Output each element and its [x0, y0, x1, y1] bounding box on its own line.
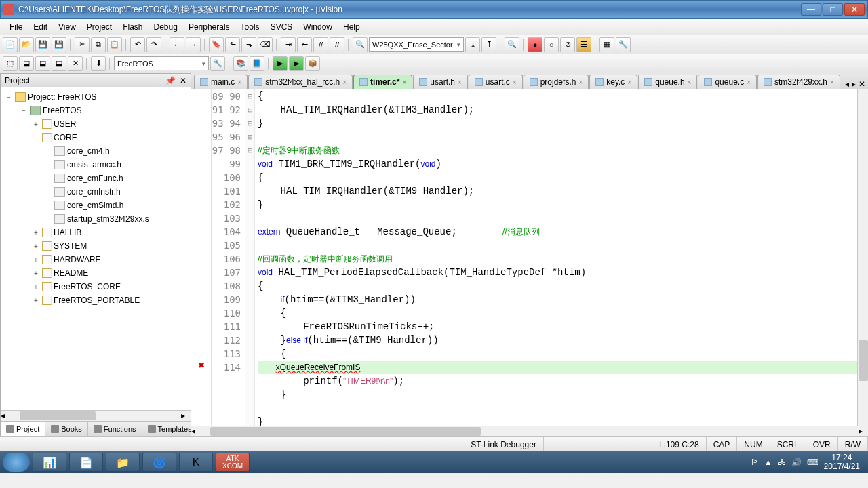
panel-tab-books[interactable]: Books	[45, 422, 88, 436]
menu-file[interactable]: File	[4, 20, 28, 34]
save-button[interactable]: 💾	[35, 37, 50, 52]
fold-gutter[interactable]: ⊟ ⊟ ⊟ ⊟ ⊟	[245, 89, 255, 426]
outdent-button[interactable]: ⇤	[297, 37, 312, 52]
tree-item[interactable]: startup_stm32f429xx.s	[2, 212, 189, 226]
menu-window[interactable]: Window	[298, 20, 338, 34]
breakpoint-button[interactable]: ●	[528, 37, 542, 52]
menu-peripherals[interactable]: Peripherals	[183, 20, 235, 34]
file-tab[interactable]: queue.h×	[638, 75, 697, 89]
tree-item[interactable]: core_cmFunc.h	[2, 171, 189, 185]
bookmark-prev-button[interactable]: ⬑	[225, 37, 240, 52]
task-atk[interactable]: ATKXCOM	[216, 453, 250, 472]
find-prev-button[interactable]: ⤒	[481, 37, 496, 52]
find-button[interactable]: 🔍	[353, 37, 368, 52]
target-options-button[interactable]: 🔧	[210, 56, 225, 71]
bookmark-clear-button[interactable]: ⌫	[258, 37, 273, 52]
panel-hscroll[interactable]	[20, 411, 96, 420]
tree-item[interactable]: +USER	[2, 117, 189, 131]
menu-help[interactable]: Help	[338, 20, 366, 34]
tree-item[interactable]: core_cmSimd.h	[2, 199, 189, 212]
debug-button[interactable]: 🔍	[505, 37, 519, 52]
paste-button[interactable]: 📋	[107, 37, 122, 52]
file-tab[interactable]: usart.c×	[469, 75, 523, 89]
task-app-1[interactable]: 📊	[33, 453, 66, 472]
undo-button[interactable]: ↶	[130, 37, 145, 52]
task-app-3[interactable]: 🌀	[142, 453, 176, 472]
manage-button[interactable]: 📚	[233, 56, 248, 71]
bookmark-button[interactable]: 🔖	[209, 37, 224, 52]
tab-close-icon[interactable]: ×	[688, 79, 692, 86]
file-tab[interactable]: usart.h×	[413, 75, 468, 89]
project-tree[interactable]: − Project: FreeRTOS −FreeRTOS+USER−CORE …	[1, 87, 191, 410]
target-combo[interactable]: FreeRTOS	[114, 56, 209, 70]
file-tab[interactable]: timer.c*×	[353, 75, 412, 89]
nav-back-button[interactable]: ←	[170, 37, 184, 52]
open-button[interactable]: 📂	[19, 37, 34, 52]
menu-view[interactable]: View	[53, 20, 81, 34]
tab-close-all[interactable]: ✕	[859, 79, 865, 89]
stop-build-button[interactable]: ✕	[68, 56, 83, 71]
comment-button[interactable]: //	[313, 37, 328, 52]
file-tab[interactable]: projdefs.h×	[524, 75, 589, 89]
bp-disable-button[interactable]: ○	[544, 37, 559, 52]
tray-volume-icon[interactable]: 🔊	[791, 458, 802, 467]
file-tab[interactable]: stm32f4xx_hal_rcc.h×	[248, 75, 353, 89]
translate-button[interactable]: ⬚	[3, 56, 18, 71]
close-button[interactable]: ✕	[844, 3, 865, 16]
tray-flag-icon[interactable]: 🏳	[751, 458, 759, 467]
tab-close-icon[interactable]: ×	[513, 79, 517, 86]
find-next-button[interactable]: ⤓	[465, 37, 480, 52]
tree-item[interactable]: cmsis_armcc.h	[2, 158, 189, 171]
pack-button[interactable]: 📦	[305, 56, 320, 71]
panel-tab-templates[interactable]: Templates	[142, 422, 198, 436]
code-editor[interactable]: { HAL_TIM_IRQHandler(&TIM3_Handler); } /…	[255, 89, 857, 426]
tree-item[interactable]: +FreeRTOS_CORE	[2, 280, 189, 293]
tab-close-icon[interactable]: ×	[747, 79, 751, 86]
bp-list-button[interactable]: ☰	[576, 37, 591, 52]
tree-item[interactable]: core_cmInstr.h	[2, 185, 189, 199]
minimize-button[interactable]: —	[801, 3, 821, 16]
bookmark-next-button[interactable]: ⬎	[241, 37, 256, 52]
tab-close-icon[interactable]: ×	[578, 79, 583, 86]
config-button[interactable]: 🔧	[616, 37, 631, 52]
file-tab[interactable]: key.c×	[589, 75, 637, 89]
task-keil[interactable]: K	[179, 453, 213, 472]
tree-item[interactable]: +README	[2, 266, 189, 280]
find-combo[interactable]: W25QXX_Erase_Sector	[369, 37, 464, 52]
cut-button[interactable]: ✂	[75, 37, 90, 52]
download-button[interactable]: ⬇	[91, 56, 106, 71]
panel-tab-functions[interactable]: Functions	[88, 422, 142, 436]
tab-close-icon[interactable]: ×	[830, 79, 834, 86]
copy-button[interactable]: ⧉	[91, 37, 106, 52]
tab-close-icon[interactable]: ×	[342, 79, 347, 86]
start-button[interactable]	[3, 453, 30, 472]
file-tab[interactable]: main.c×	[194, 75, 248, 89]
step-button[interactable]: ▶	[289, 56, 304, 71]
tree-item[interactable]: +HALLIB	[2, 226, 189, 239]
bp-kill-button[interactable]: ⊘	[560, 37, 575, 52]
menu-debug[interactable]: Debug	[149, 20, 183, 34]
menu-project[interactable]: Project	[81, 20, 117, 34]
tray-input-icon[interactable]: ⌨	[807, 458, 818, 467]
tree-item[interactable]: +SYSTEM	[2, 239, 189, 253]
menu-flash[interactable]: Flash	[117, 20, 148, 34]
menu-edit[interactable]: Edit	[28, 20, 53, 34]
build-button[interactable]: ⬓	[19, 56, 34, 71]
new-button[interactable]: 📄	[3, 37, 18, 52]
save-all-button[interactable]: 💾	[52, 37, 66, 52]
file-tab[interactable]: stm32f429xx.h×	[757, 75, 840, 89]
maximize-button[interactable]: □	[823, 3, 843, 16]
books-button[interactable]: 📘	[250, 56, 264, 71]
tree-item[interactable]: +HARDWARE	[2, 253, 189, 266]
tree-item[interactable]: −CORE	[2, 131, 189, 144]
tree-item[interactable]: +FreeRTOS_PORTABLE	[2, 293, 189, 307]
uncomment-button[interactable]: //	[330, 37, 344, 52]
tray-network-icon[interactable]: 🖧	[778, 458, 786, 467]
task-app-2[interactable]: 📄	[69, 453, 103, 472]
vertical-scrollbar[interactable]	[857, 89, 868, 426]
task-explorer[interactable]: 📁	[106, 453, 140, 472]
tree-item[interactable]: −FreeRTOS	[2, 104, 189, 117]
tab-scroll-left[interactable]: ◂	[845, 79, 849, 89]
tab-close-icon[interactable]: ×	[402, 79, 406, 86]
tab-close-icon[interactable]: ×	[458, 79, 462, 86]
